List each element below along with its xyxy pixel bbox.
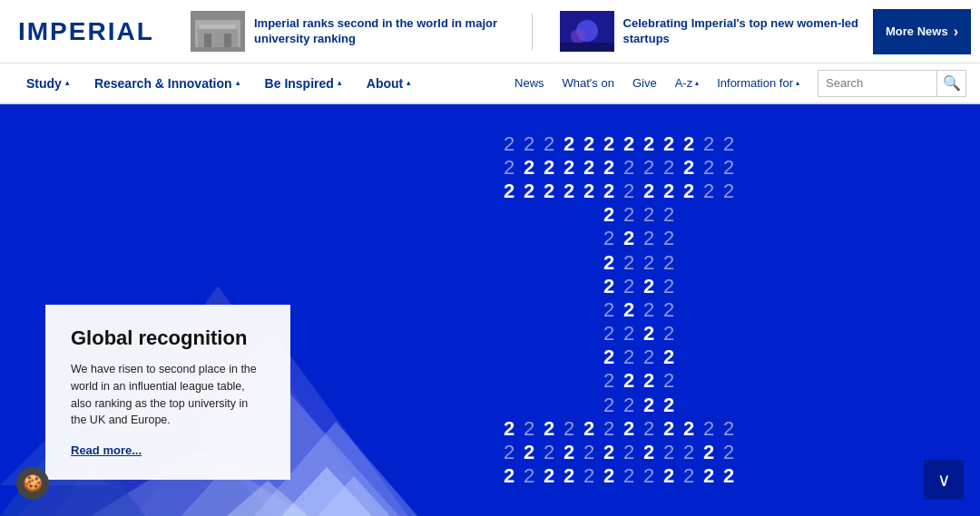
svg-rect-2	[198, 29, 238, 47]
cookie-settings-button[interactable]: 🍪	[16, 467, 49, 500]
banner-item-1[interactable]: Imperial ranks second in the world in ma…	[191, 11, 505, 52]
search-area: 🔍	[818, 70, 966, 97]
nav-main: Study ▴ Research & Innovation ▴ Be Inspi…	[14, 63, 423, 103]
nav-news-label: News	[514, 76, 544, 90]
twos-row-2: 222222222222	[499, 157, 953, 179]
nav-info-label: Information for	[717, 76, 793, 90]
nav-item-whatson[interactable]: What's on	[554, 63, 623, 103]
hero-section: 222222222222 222222222222 222222222222 2…	[0, 104, 980, 516]
nav-item-inspired[interactable]: Be Inspired ▴	[252, 63, 354, 103]
nav-about-label: About	[367, 76, 403, 91]
svg-rect-3	[204, 34, 211, 47]
twos-row-4: 2222	[499, 204, 953, 226]
hero-read-more-link[interactable]: Read more...	[71, 443, 142, 457]
nav-study-label: Study	[26, 76, 62, 91]
nav-item-az[interactable]: A-z ▴	[666, 63, 709, 103]
twos-row-7: 2222	[499, 276, 953, 297]
svg-rect-5	[200, 24, 236, 29]
more-news-button[interactable]: More News ›	[873, 9, 971, 54]
nav-inspired-arrow-icon: ▴	[338, 79, 341, 87]
twos-row-3: 222222222222	[499, 180, 953, 202]
banner-text-2: Celebrating Imperial's top new women-led…	[623, 16, 874, 47]
scroll-down-button[interactable]: ∨	[924, 460, 964, 500]
top-banner: IMPERIAL Imperial ranks second in the wo…	[0, 0, 980, 63]
nav-research-arrow-icon: ▴	[236, 79, 240, 87]
search-button[interactable]: 🔍	[936, 71, 965, 96]
nav-inspired-label: Be Inspired	[265, 76, 334, 91]
cookie-icon: 🍪	[23, 473, 43, 493]
twos-row-5: 2222	[499, 228, 953, 249]
twos-pattern: 222222222222 222222222222 222222222222 2…	[472, 104, 980, 516]
nav-study-arrow-icon: ▴	[65, 79, 69, 87]
nav-item-info[interactable]: Information for ▴	[708, 63, 808, 103]
nav-secondary: News What's on Give A-z ▴ Information fo…	[505, 63, 808, 103]
banner-item-2[interactable]: Celebrating Imperial's top new women-led…	[560, 11, 874, 52]
nav-item-news[interactable]: News	[505, 63, 554, 103]
svg-rect-4	[224, 34, 231, 47]
info-box: Global recognition We have risen to seco…	[45, 305, 290, 480]
banner-divider	[532, 14, 533, 50]
twos-row-9: 2222	[499, 323, 953, 345]
logo[interactable]: IMPERIAL	[9, 17, 191, 46]
twos-row-8: 2222	[499, 299, 953, 321]
more-news-label: More News	[886, 24, 948, 38]
twos-row-15: 222222222222	[499, 465, 953, 487]
twos-row-11: 2222	[499, 370, 953, 392]
twos-row-14: 222222222222	[499, 442, 953, 463]
hero-title: Global recognition	[71, 326, 265, 350]
more-news-arrow-icon: ›	[954, 24, 958, 40]
nav-item-about[interactable]: About ▴	[354, 63, 423, 103]
nav-item-research[interactable]: Research & Innovation ▴	[82, 63, 252, 103]
nav-info-arrow-icon: ▴	[796, 79, 799, 87]
nav-az-label: A-z	[675, 76, 693, 90]
svg-point-8	[571, 29, 585, 44]
banner-text-1: Imperial ranks second in the world in ma…	[254, 16, 505, 47]
hero-description: We have risen to second place in the wor…	[71, 361, 265, 429]
nav-item-study[interactable]: Study ▴	[14, 63, 82, 103]
nav-research-label: Research & Innovation	[94, 76, 232, 91]
banner-news-area: Imperial ranks second in the world in ma…	[191, 11, 873, 52]
twos-row-6: 2222	[499, 252, 953, 274]
chevron-down-icon: ∨	[937, 469, 951, 491]
search-input[interactable]	[818, 71, 936, 96]
nav-item-give[interactable]: Give	[623, 63, 666, 103]
twos-row-13: 222222222222	[499, 418, 953, 440]
banner-thumb-1	[191, 11, 245, 52]
nav-az-arrow-icon: ▴	[695, 79, 699, 87]
navbar: Study ▴ Research & Innovation ▴ Be Inspi…	[0, 63, 980, 104]
search-icon: 🔍	[943, 74, 961, 92]
twos-row-1: 222222222222	[499, 133, 953, 155]
nav-give-label: Give	[632, 76, 657, 90]
nav-whatson-label: What's on	[563, 76, 614, 90]
banner-thumb-2	[560, 11, 614, 52]
svg-rect-9	[560, 43, 614, 52]
nav-about-arrow-icon: ▴	[407, 79, 410, 87]
twos-row-10: 2222	[499, 346, 953, 368]
twos-row-12: 2222	[499, 394, 953, 416]
